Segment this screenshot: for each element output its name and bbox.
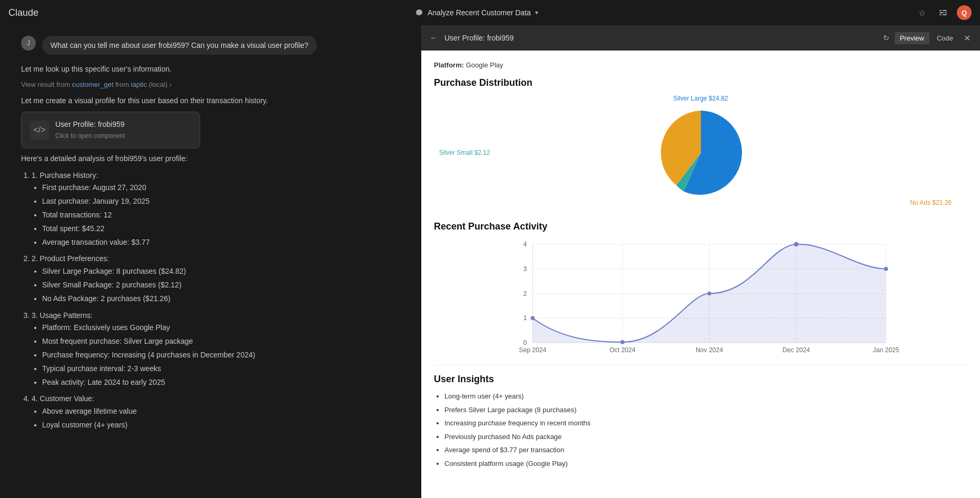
list-item: Loyal customer (4+ years) bbox=[42, 419, 400, 432]
list-item: Above average lifetime value bbox=[42, 405, 400, 418]
insight-item: Average spend of $3.77 per transaction bbox=[444, 445, 967, 455]
insight-item: Increasing purchase frequency in recent … bbox=[444, 418, 967, 429]
component-box[interactable]: </> User Profile: frobi959 Click to open… bbox=[21, 112, 200, 148]
svg-text:0: 0 bbox=[523, 339, 527, 346]
platform-label: Platform: bbox=[434, 61, 464, 69]
svg-rect-3 bbox=[945, 12, 947, 13]
component-icon: </> bbox=[30, 121, 49, 140]
insight-item: Long-term user (4+ years) bbox=[444, 391, 967, 402]
panel-actions: ↻ Preview Code ✕ bbox=[880, 31, 974, 45]
close-button[interactable]: ✕ bbox=[961, 31, 974, 45]
avatar[interactable]: Q bbox=[957, 5, 972, 20]
section-4-title: 4. Customer Value: Above average lifetim… bbox=[32, 393, 400, 431]
pie-chart-container: Silver Large $24.82 Silver Small $2.12 N… bbox=[434, 95, 967, 211]
user-message: J What can you tell me about user frobi9… bbox=[21, 36, 400, 55]
line-chart: 4 3 2 1 0 Sep 2024 Oct 2024 Nov 2024 Dec bbox=[434, 238, 967, 354]
right-panel: ← User Profile: frobi959 ↻ Preview Code … bbox=[421, 25, 980, 498]
svg-text:2: 2 bbox=[523, 290, 527, 297]
panel-header: ← User Profile: frobi959 ↻ Preview Code … bbox=[421, 25, 980, 51]
svg-text:Jan 2025: Jan 2025 bbox=[873, 346, 899, 354]
svg-text:Sep 2024: Sep 2024 bbox=[519, 346, 547, 354]
chat-icon bbox=[415, 8, 423, 17]
analysis-intro: Here's a detailed analysis of frobi959's… bbox=[21, 153, 400, 165]
assistant-intro: Let me look up this specific user's info… bbox=[21, 63, 400, 76]
insight-item: Previously purchased No Ads package bbox=[444, 432, 967, 442]
tool-source-link[interactable]: iaptic bbox=[131, 81, 147, 88]
preview-tab[interactable]: Preview bbox=[895, 32, 929, 44]
svg-text:4: 4 bbox=[523, 241, 527, 248]
star-icon[interactable]: ☆ bbox=[915, 5, 929, 20]
preview-content: Platform: Google Play Purchase Distribut… bbox=[421, 51, 980, 498]
user-avatar: J bbox=[21, 36, 36, 51]
panel-title: User Profile: frobi959 bbox=[444, 34, 876, 42]
insight-item: Consistent platform usage (Google Play) bbox=[444, 459, 967, 469]
user-insights-section: User Insights Long-term user (4+ years) … bbox=[434, 365, 967, 469]
list-item: No Ads Package: 2 purchases ($21.26) bbox=[42, 293, 400, 305]
topbar-chevron[interactable]: ▾ bbox=[535, 9, 538, 16]
section-4-items: Above average lifetime value Loyal custo… bbox=[32, 405, 400, 432]
section-2-title: 2. Product Preferences: Silver Large Pac… bbox=[32, 253, 400, 305]
svg-point-27 bbox=[620, 340, 625, 344]
chat-panel: J What can you tell me about user frobi9… bbox=[0, 25, 421, 498]
list-item: Total spent: $45.22 bbox=[42, 223, 400, 235]
list-item: Platform: Exclusively uses Google Play bbox=[42, 322, 400, 334]
code-tab[interactable]: Code bbox=[932, 32, 958, 44]
tool-fn-link[interactable]: customer_get bbox=[72, 81, 114, 88]
list-item: Average transaction value: $3.77 bbox=[42, 236, 400, 249]
svg-text:Oct 2024: Oct 2024 bbox=[609, 346, 635, 354]
list-item: First purchase: August 27, 2020 bbox=[42, 182, 400, 194]
line-chart-container: 4 3 2 1 0 Sep 2024 Oct 2024 Nov 2024 Dec bbox=[434, 238, 967, 354]
list-item: Silver Small Package: 2 purchases ($2.12… bbox=[42, 279, 400, 292]
back-button[interactable]: ← bbox=[428, 31, 440, 45]
topbar-title[interactable]: Analyze Recent Customer Data bbox=[428, 8, 531, 17]
svg-rect-1 bbox=[943, 10, 947, 11]
svg-point-29 bbox=[794, 242, 799, 247]
section-3-items: Platform: Exclusively uses Google Play M… bbox=[32, 322, 400, 389]
section-2-items: Silver Large Package: 8 purchases ($24.8… bbox=[32, 265, 400, 305]
pie-label-silver-small: Silver Small $2.12 bbox=[439, 149, 490, 156]
svg-point-28 bbox=[707, 292, 711, 296]
main-layout: J What can you tell me about user frobi9… bbox=[0, 25, 980, 498]
svg-text:Dec 2024: Dec 2024 bbox=[783, 346, 810, 354]
pie-label-no-ads: No Ads $21.26 bbox=[910, 199, 952, 206]
list-item: Typical purchase interval: 2-3 weeks bbox=[42, 363, 400, 375]
svg-text:3: 3 bbox=[523, 265, 527, 273]
pie-label-silver-large: Silver Large $24.82 bbox=[673, 95, 728, 102]
section-1-title: 1. Purchase History: First purchase: Aug… bbox=[32, 170, 400, 249]
topbar: Claude Analyze Recent Customer Data ▾ ☆ … bbox=[0, 0, 980, 25]
pie-chart bbox=[654, 105, 748, 200]
svg-point-26 bbox=[531, 316, 535, 320]
platform-line: Platform: Google Play bbox=[434, 61, 967, 69]
insight-item: Prefers Silver Large package (8 purchase… bbox=[444, 405, 967, 415]
svg-rect-2 bbox=[939, 12, 944, 13]
section-1-items: First purchase: August 27, 2020 Last pur… bbox=[32, 182, 400, 248]
app-logo: Claude bbox=[8, 7, 38, 18]
list-item: Total transactions: 12 bbox=[42, 209, 400, 222]
list-item: Most frequent purchase: Silver Large pac… bbox=[42, 335, 400, 348]
user-bubble: What can you tell me about user frobi959… bbox=[42, 36, 317, 55]
tool-link: View result from customer_get from iapti… bbox=[21, 79, 400, 91]
svg-rect-4 bbox=[939, 14, 942, 15]
settings-icon[interactable] bbox=[936, 5, 951, 20]
list-item: Peak activity: Late 2024 to early 2025 bbox=[42, 376, 400, 389]
component-subtitle: Click to open component bbox=[55, 131, 125, 141]
platform-value: Google Play bbox=[466, 61, 503, 69]
refresh-button[interactable]: ↻ bbox=[880, 32, 893, 44]
list-item: Last purchase: January 19, 2025 bbox=[42, 195, 400, 208]
svg-text:1: 1 bbox=[523, 314, 527, 322]
svg-text:Nov 2024: Nov 2024 bbox=[696, 346, 723, 354]
assistant-response: Let me look up this specific user's info… bbox=[21, 63, 400, 434]
analysis-sections: 1. Purchase History: First purchase: Aug… bbox=[21, 170, 400, 432]
purchase-distribution-title: Purchase Distribution bbox=[434, 77, 967, 88]
svg-point-30 bbox=[884, 267, 888, 271]
analysis-text: Here's a detailed analysis of frobi959's… bbox=[21, 153, 400, 432]
user-insights-title: User Insights bbox=[434, 374, 967, 385]
component-info: User Profile: frobi959 Click to open com… bbox=[55, 118, 125, 142]
insights-list: Long-term user (4+ years) Prefers Silver… bbox=[434, 391, 967, 469]
component-title: User Profile: frobi959 bbox=[55, 118, 125, 131]
topbar-center: Analyze Recent Customer Data ▾ bbox=[415, 8, 538, 17]
svg-rect-0 bbox=[939, 10, 942, 11]
section-3-title: 3. Usage Patterns: Platform: Exclusively… bbox=[32, 310, 400, 389]
recent-activity-title: Recent Purchase Activity bbox=[434, 221, 967, 232]
topbar-right: ☆ Q bbox=[915, 5, 972, 20]
